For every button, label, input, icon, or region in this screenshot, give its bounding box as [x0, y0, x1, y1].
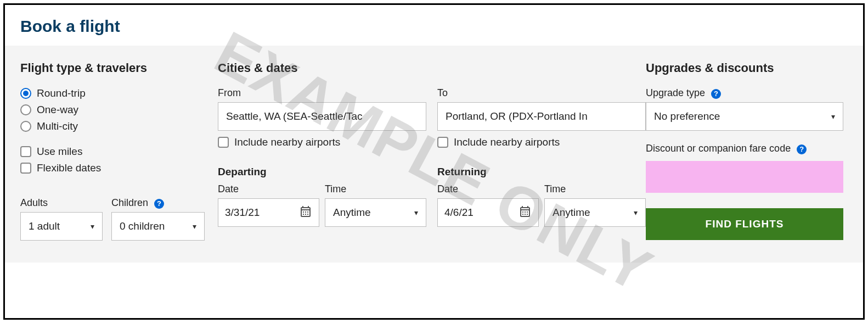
page-title: Book a flight — [5, 5, 863, 46]
checkbox-icon — [218, 137, 229, 148]
chevron-down-icon: ▾ — [91, 222, 94, 231]
depart-time-select[interactable]: Anytime ▾ — [325, 198, 426, 227]
return-date-label: Date — [437, 183, 539, 195]
checkbox-icon — [20, 146, 31, 157]
radio-label: One-way — [37, 104, 78, 116]
checkbox-label: Flexible dates — [37, 162, 101, 174]
trip-type-multi-city[interactable]: Multi-city — [20, 120, 218, 132]
help-icon[interactable]: ? — [154, 199, 164, 209]
from-value: Seattle, WA (SEA-Seattle/Tac — [226, 110, 363, 122]
checkbox-icon — [20, 163, 31, 174]
departing-heading: Departing — [218, 166, 426, 178]
radio-label: Round-trip — [37, 87, 86, 99]
upgrade-type-value: No preference — [654, 110, 720, 122]
help-icon[interactable]: ? — [711, 89, 721, 99]
chevron-down-icon: ▾ — [414, 208, 418, 217]
calendar-icon — [518, 205, 532, 221]
chevron-down-icon: ▾ — [634, 208, 638, 217]
upgrade-type-label: Upgrade type ? — [646, 87, 843, 99]
depart-date-label: Date — [218, 183, 319, 195]
discount-code-label: Discount or companion fare code ? — [646, 143, 843, 154]
checkbox-label: Include nearby airports — [454, 136, 560, 148]
chevron-down-icon: ▾ — [193, 222, 196, 231]
cities-dates-heading: Cities & dates — [218, 61, 646, 75]
flexible-dates-checkbox[interactable]: Flexible dates — [20, 162, 218, 174]
find-flights-button[interactable]: FIND FLIGHTS — [646, 208, 843, 240]
to-label: To — [437, 87, 646, 99]
flight-type-column: Flight type & travelers Round-trip One-w… — [20, 61, 218, 241]
upgrades-column: Upgrades & discounts Upgrade type ? No p… — [646, 61, 843, 241]
return-time-label: Time — [544, 183, 646, 195]
depart-time-value: Anytime — [333, 207, 371, 219]
from-label: From — [218, 87, 426, 99]
depart-date-input[interactable]: 3/31/21 — [218, 198, 319, 227]
upgrade-type-select[interactable]: No preference ▾ — [646, 102, 843, 131]
use-miles-checkbox[interactable]: Use miles — [20, 146, 218, 158]
cities-dates-column: Cities & dates From Seattle, WA (SEA-Sea… — [218, 61, 646, 241]
upgrades-heading: Upgrades & discounts — [646, 61, 843, 75]
adults-label: Adults — [20, 197, 103, 209]
from-nearby-checkbox[interactable]: Include nearby airports — [218, 136, 426, 148]
to-value: Portland, OR (PDX-Portland In — [446, 110, 588, 122]
return-date-input[interactable]: 4/6/21 — [437, 198, 539, 227]
adults-select[interactable]: 1 adult ▾ — [20, 212, 103, 241]
return-date-value: 4/6/21 — [444, 207, 474, 219]
booking-panel: Flight type & travelers Round-trip One-w… — [5, 46, 863, 263]
checkbox-icon — [437, 137, 448, 148]
depart-time-label: Time — [325, 183, 426, 195]
flight-type-heading: Flight type & travelers — [20, 61, 218, 75]
radio-icon — [20, 104, 31, 115]
trip-type-one-way[interactable]: One-way — [20, 104, 218, 116]
adults-value: 1 adult — [29, 220, 60, 232]
returning-heading: Returning — [437, 166, 646, 178]
children-select[interactable]: 0 children ▾ — [111, 212, 205, 241]
return-time-select[interactable]: Anytime ▾ — [544, 198, 646, 227]
help-icon[interactable]: ? — [797, 144, 807, 154]
checkbox-label: Use miles — [37, 146, 82, 158]
calendar-icon — [299, 205, 312, 221]
from-input[interactable]: Seattle, WA (SEA-Seattle/Tac — [218, 102, 426, 131]
return-time-value: Anytime — [553, 207, 590, 219]
radio-icon — [20, 88, 31, 99]
radio-icon — [20, 121, 31, 132]
checkbox-label: Include nearby airports — [234, 136, 340, 148]
children-label: Children ? — [111, 197, 205, 209]
children-value: 0 children — [120, 220, 165, 232]
radio-label: Multi-city — [37, 120, 78, 132]
to-nearby-checkbox[interactable]: Include nearby airports — [437, 136, 646, 148]
trip-type-round-trip[interactable]: Round-trip — [20, 87, 218, 99]
booking-frame: Book a flight Flight type & travelers Ro… — [3, 3, 865, 320]
depart-date-value: 3/31/21 — [225, 207, 260, 219]
discount-code-input[interactable] — [646, 161, 843, 193]
to-input[interactable]: Portland, OR (PDX-Portland In — [437, 102, 646, 131]
chevron-down-icon: ▾ — [831, 112, 835, 121]
